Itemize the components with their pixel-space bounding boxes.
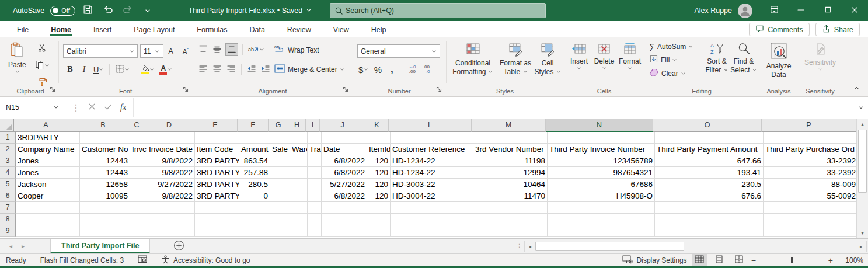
cell-I6[interactable] bbox=[308, 190, 322, 202]
cell-I5[interactable] bbox=[308, 179, 322, 190]
cell-H1[interactable] bbox=[290, 132, 308, 144]
comma-style-button[interactable]: , bbox=[386, 63, 398, 76]
cell-J4[interactable]: 6/8/2022 bbox=[322, 167, 367, 179]
cell-L5[interactable]: HD-3003-22 bbox=[391, 179, 473, 190]
cell-K4[interactable]: 120 bbox=[367, 167, 391, 179]
cell-C8[interactable] bbox=[130, 214, 147, 225]
cell-D1[interactable] bbox=[147, 132, 195, 144]
tab-review[interactable]: Review bbox=[286, 23, 312, 36]
column-header-F[interactable]: F bbox=[238, 119, 269, 132]
flash-fill-status[interactable]: Flash Fill Changed Cells: 3 bbox=[40, 256, 124, 264]
insert-function-button[interactable]: fx bbox=[120, 103, 126, 112]
cell-I4[interactable] bbox=[308, 167, 322, 179]
cell-F3[interactable]: 863.54 bbox=[239, 155, 270, 167]
cell-H8[interactable] bbox=[290, 214, 308, 225]
column-header-D[interactable]: D bbox=[145, 119, 193, 132]
borders-button[interactable] bbox=[114, 63, 131, 76]
zoom-in-button[interactable]: + bbox=[828, 256, 833, 265]
scroll-right-arrow[interactable]: ▸ bbox=[856, 241, 866, 252]
cut-button[interactable] bbox=[34, 42, 51, 55]
cell-P7[interactable] bbox=[764, 202, 856, 214]
cell-N5[interactable]: 67686 bbox=[548, 179, 655, 190]
conditional-formatting-button[interactable]: Conditional Formatting bbox=[449, 42, 496, 76]
cell-A2[interactable]: Company Name bbox=[16, 144, 80, 155]
formula-input[interactable] bbox=[133, 98, 854, 117]
cell-C9[interactable] bbox=[130, 225, 147, 237]
cell-D3[interactable]: 9/8/2022 bbox=[147, 155, 195, 167]
cell-I9[interactable] bbox=[308, 225, 322, 237]
fill-button[interactable]: Fill bbox=[649, 54, 693, 65]
cell-A9[interactable] bbox=[16, 225, 80, 237]
row-header-3[interactable]: 3 bbox=[0, 155, 16, 167]
cell-G2[interactable]: Sale bbox=[270, 144, 290, 155]
cell-L8[interactable] bbox=[391, 214, 473, 225]
cell-J3[interactable]: 6/8/2022 bbox=[322, 155, 367, 167]
copy-button[interactable] bbox=[34, 59, 51, 72]
scroll-up-arrow[interactable]: ▴ bbox=[857, 119, 868, 129]
cell-B3[interactable]: 12443 bbox=[80, 155, 130, 167]
scroll-down-arrow[interactable]: ▾ bbox=[857, 228, 868, 238]
percent-style-button[interactable]: % bbox=[372, 63, 384, 76]
cell-F5[interactable]: 280.5 bbox=[239, 179, 270, 190]
scroll-left-arrow[interactable]: ◂ bbox=[525, 241, 535, 252]
new-sheet-button[interactable] bbox=[173, 239, 184, 253]
cell-D8[interactable] bbox=[147, 214, 195, 225]
cell-M8[interactable] bbox=[473, 214, 548, 225]
row-header-4[interactable]: 4 bbox=[0, 167, 16, 179]
cell-M2[interactable]: 3rd Vendor Number bbox=[473, 144, 548, 155]
cell-F9[interactable] bbox=[239, 225, 270, 237]
cell-D9[interactable] bbox=[147, 225, 195, 237]
align-left-button[interactable] bbox=[197, 63, 209, 76]
tab-home[interactable]: Home bbox=[50, 23, 72, 36]
cell-L1[interactable] bbox=[391, 132, 473, 144]
cell-B4[interactable]: 12443 bbox=[80, 167, 130, 179]
cell-O3[interactable]: 647.66 bbox=[655, 155, 764, 167]
cell-E8[interactable] bbox=[195, 214, 239, 225]
cell-H7[interactable] bbox=[290, 202, 308, 214]
align-center-button[interactable] bbox=[211, 63, 223, 76]
tab-view[interactable]: View bbox=[332, 23, 350, 36]
cell-N1[interactable] bbox=[548, 132, 655, 144]
cell-D4[interactable]: 9/8/2022 bbox=[147, 167, 195, 179]
cell-B7[interactable] bbox=[80, 202, 130, 214]
column-header-I[interactable]: I bbox=[306, 119, 320, 132]
column-header-A[interactable]: A bbox=[14, 119, 78, 132]
cell-styles-button[interactable]: Cell Styles bbox=[535, 42, 560, 76]
cell-L6[interactable]: HD-3004-22 bbox=[391, 190, 473, 202]
cell-E9[interactable] bbox=[195, 225, 239, 237]
cell-J9[interactable] bbox=[322, 225, 367, 237]
cell-N6[interactable]: H45908-O bbox=[548, 190, 655, 202]
cell-G6[interactable] bbox=[270, 190, 290, 202]
cell-K6[interactable]: 120 bbox=[367, 190, 391, 202]
tab-insert[interactable]: Insert bbox=[92, 23, 113, 36]
tab-help[interactable]: Help bbox=[370, 23, 388, 36]
tab-splitter-handle[interactable]: ⁞ bbox=[518, 242, 520, 249]
format-as-table-button[interactable]: Format as Table bbox=[499, 42, 532, 76]
avatar[interactable] bbox=[738, 4, 752, 18]
select-all-corner[interactable] bbox=[0, 119, 14, 132]
row-header-2[interactable]: 2 bbox=[0, 144, 16, 155]
tab-formulas[interactable]: Formulas bbox=[196, 23, 228, 36]
cell-G5[interactable] bbox=[270, 179, 290, 190]
cell-F4[interactable]: 257.88 bbox=[239, 167, 270, 179]
ribbon-display-options-button[interactable] bbox=[761, 0, 787, 21]
font-dialog-launcher[interactable] bbox=[183, 86, 189, 94]
cell-G1[interactable] bbox=[270, 132, 290, 144]
merge-center-button[interactable]: Merge & Center bbox=[274, 64, 345, 75]
cell-G3[interactable] bbox=[270, 155, 290, 167]
cell-J7[interactable] bbox=[322, 202, 367, 214]
font-name-select[interactable]: Calibri bbox=[63, 44, 138, 58]
cell-D6[interactable]: 9/8/2022 bbox=[147, 190, 195, 202]
clear-button[interactable]: Clear bbox=[649, 68, 693, 78]
cell-F1[interactable] bbox=[239, 132, 270, 144]
cell-I3[interactable] bbox=[308, 155, 322, 167]
cell-K9[interactable] bbox=[367, 225, 391, 237]
top-align-button[interactable] bbox=[197, 43, 209, 56]
delete-cells-button[interactable]: Delete bbox=[592, 43, 616, 71]
cell-C5[interactable] bbox=[130, 179, 147, 190]
cell-C6[interactable] bbox=[130, 190, 147, 202]
cell-N2[interactable]: Third Party Invoice Number bbox=[548, 144, 655, 155]
cell-J2[interactable]: Date bbox=[322, 144, 367, 155]
cell-G4[interactable] bbox=[270, 167, 290, 179]
cell-L2[interactable]: Customer Reference bbox=[391, 144, 473, 155]
